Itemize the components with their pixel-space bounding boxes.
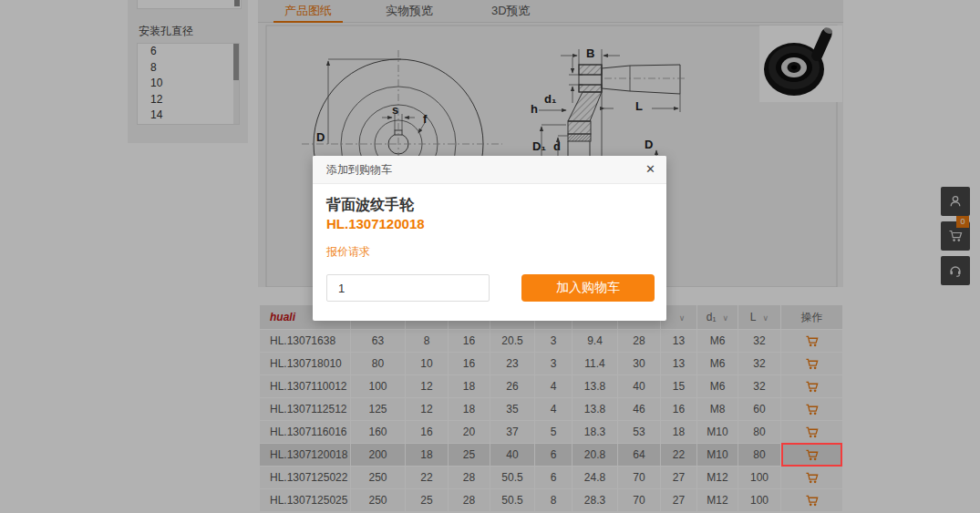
quantity-input[interactable] <box>326 274 490 302</box>
add-to-cart-modal: 添加到购物车 ✕ 背面波纹手轮 HL.1307120018 报价请求 加入购物车 <box>313 156 666 321</box>
add-to-cart-button[interactable]: 加入购物车 <box>521 274 655 302</box>
close-icon[interactable]: ✕ <box>645 156 655 183</box>
modal-title: 添加到购物车 <box>326 156 392 183</box>
product-name: 背面波纹手轮 <box>326 196 414 215</box>
product-code: HL.1307120018 <box>326 216 425 231</box>
modal-header: 添加到购物车 ✕ <box>313 156 666 184</box>
quote-request-link[interactable]: 报价请求 <box>326 244 370 260</box>
